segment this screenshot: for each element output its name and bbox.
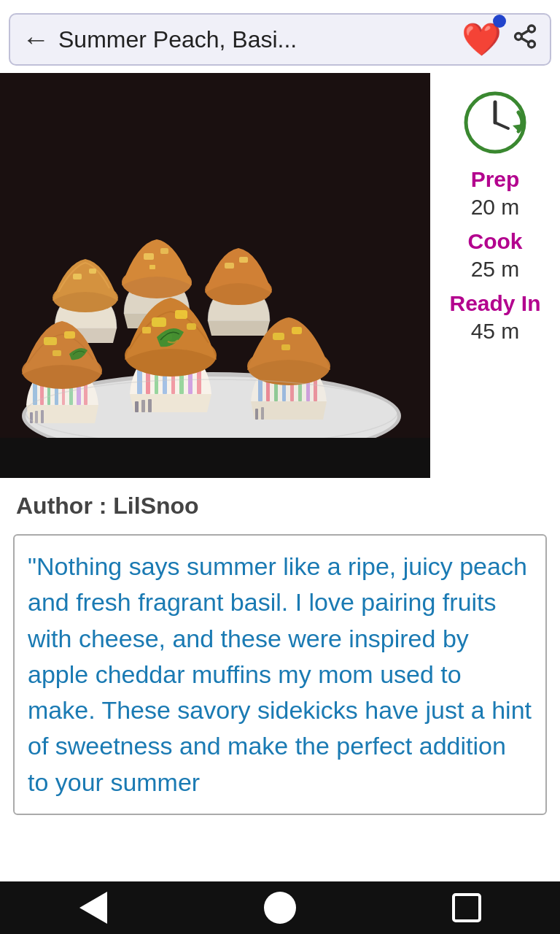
recipe-image xyxy=(0,73,430,478)
share-button[interactable] xyxy=(512,23,538,55)
nav-recents-button[interactable] xyxy=(445,886,489,930)
page-title: Summer Peach, Basi... xyxy=(58,26,462,53)
back-button[interactable]: ← xyxy=(22,26,50,53)
svg-rect-17 xyxy=(239,257,248,263)
cook-value: 25 m xyxy=(471,255,520,283)
author-section: Author : LilSnoo xyxy=(0,478,560,527)
prep-value: 20 m xyxy=(471,193,520,221)
svg-rect-42 xyxy=(141,400,145,412)
svg-rect-27 xyxy=(35,411,38,423)
recents-square-icon xyxy=(452,893,481,922)
nav-back-button[interactable] xyxy=(71,886,115,930)
heart-badge xyxy=(493,15,506,28)
svg-rect-46 xyxy=(175,310,187,319)
home-circle-icon xyxy=(264,892,296,924)
svg-line-4 xyxy=(521,31,529,35)
description-text: "Nothing says summer like a ripe, juicy … xyxy=(28,549,532,800)
svg-rect-65 xyxy=(0,438,430,478)
ready-in-value: 45 m xyxy=(471,317,520,345)
cook-label: Cook xyxy=(468,228,523,255)
svg-rect-12 xyxy=(144,253,154,260)
svg-rect-30 xyxy=(44,337,57,345)
svg-rect-49 xyxy=(187,323,196,330)
svg-line-68 xyxy=(495,123,508,128)
favorite-button[interactable]: ❤️ xyxy=(462,20,502,58)
author-label: Author : LilSnoo xyxy=(16,493,199,519)
svg-rect-16 xyxy=(225,263,234,269)
ready-in-label: Ready In xyxy=(449,290,540,317)
svg-rect-45 xyxy=(152,317,166,327)
nav-home-button[interactable] xyxy=(258,886,302,930)
recipe-timing-panel: Prep 20 m Cook 25 m Ready In 45 m xyxy=(430,73,560,478)
description-box: "Nothing says summer like a ripe, juicy … xyxy=(13,534,547,815)
svg-rect-31 xyxy=(64,331,75,339)
top-navigation-bar: ← Summer Peach, Basi... ❤️ xyxy=(9,13,551,66)
clock-icon xyxy=(459,86,532,159)
svg-rect-14 xyxy=(149,265,155,269)
svg-rect-48 xyxy=(142,327,151,333)
svg-rect-58 xyxy=(255,409,258,420)
svg-rect-63 xyxy=(281,344,290,350)
svg-rect-61 xyxy=(273,333,284,340)
svg-rect-13 xyxy=(160,248,168,254)
svg-rect-28 xyxy=(41,410,44,423)
svg-rect-62 xyxy=(292,327,302,334)
svg-rect-41 xyxy=(135,401,139,412)
content-area: Prep 20 m Cook 25 m Ready In 45 m xyxy=(0,73,560,478)
back-triangle-icon xyxy=(79,892,107,924)
svg-rect-50 xyxy=(258,378,262,401)
bottom-navigation-bar xyxy=(0,881,560,934)
svg-rect-9 xyxy=(73,274,82,279)
prep-label: Prep xyxy=(471,166,520,193)
svg-rect-10 xyxy=(89,269,96,274)
svg-rect-59 xyxy=(261,407,264,420)
svg-rect-43 xyxy=(148,399,152,412)
svg-line-3 xyxy=(521,38,529,42)
svg-rect-32 xyxy=(52,350,61,356)
